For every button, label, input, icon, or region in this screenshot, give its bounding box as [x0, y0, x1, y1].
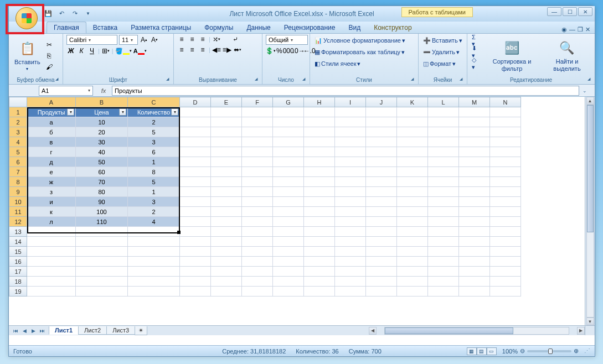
col-header-F[interactable]: F: [242, 97, 273, 107]
cell[interactable]: [273, 137, 304, 147]
cell[interactable]: [335, 217, 366, 227]
cell[interactable]: [366, 277, 397, 287]
align-left-icon[interactable]: ≡: [177, 45, 186, 54]
currency-icon[interactable]: 💲▾: [266, 46, 275, 55]
help-icon[interactable]: ◉: [561, 26, 567, 33]
cell[interactable]: [366, 127, 397, 137]
cell[interactable]: [490, 287, 521, 297]
tab-home[interactable]: Главная: [47, 22, 86, 33]
cell[interactable]: [490, 267, 521, 277]
cell[interactable]: [211, 167, 242, 177]
mdi-close-icon[interactable]: ✕: [585, 26, 590, 33]
cell[interactable]: [335, 117, 366, 127]
col-header-K[interactable]: K: [397, 97, 428, 107]
sheet-tab-1[interactable]: Лист1: [49, 326, 79, 335]
cell[interactable]: [366, 197, 397, 207]
cell[interactable]: [128, 257, 180, 267]
cell[interactable]: [242, 127, 273, 137]
cell[interactable]: [335, 257, 366, 267]
cell[interactable]: [366, 137, 397, 147]
row-header-14[interactable]: 14: [9, 237, 27, 247]
cell[interactable]: [428, 177, 459, 187]
table-header[interactable]: Цена▾: [76, 107, 128, 117]
table-cell[interactable]: в: [27, 137, 76, 147]
prev-sheet-icon[interactable]: ◀: [20, 327, 29, 335]
cell[interactable]: [180, 277, 211, 287]
cell[interactable]: [273, 107, 304, 117]
filter-icon[interactable]: ▾: [67, 108, 74, 116]
cell[interactable]: [428, 167, 459, 177]
expand-formula-icon[interactable]: ⌄: [583, 88, 591, 93]
cell[interactable]: [180, 287, 211, 297]
cell[interactable]: [242, 137, 273, 147]
cell[interactable]: [304, 267, 335, 277]
cell[interactable]: [242, 227, 273, 237]
cell[interactable]: [490, 157, 521, 167]
cell[interactable]: [242, 167, 273, 177]
cell[interactable]: [428, 107, 459, 117]
cell[interactable]: [335, 157, 366, 167]
cell[interactable]: [490, 257, 521, 267]
align-middle-icon[interactable]: ≡: [188, 35, 197, 44]
cell[interactable]: [490, 227, 521, 237]
resize-grip-icon[interactable]: ⋰: [584, 347, 590, 355]
zoom-slider[interactable]: [527, 350, 571, 352]
font-size-combo[interactable]: 11▾: [119, 35, 138, 45]
cell[interactable]: [27, 257, 76, 267]
cell[interactable]: [27, 267, 76, 277]
table-cell[interactable]: 20: [76, 127, 128, 137]
row-header-8[interactable]: 8: [9, 177, 27, 187]
wrap-text-icon[interactable]: ⤶: [231, 35, 240, 44]
cell[interactable]: [490, 147, 521, 157]
table-cell[interactable]: а: [27, 117, 76, 127]
cell[interactable]: [211, 107, 242, 117]
cell[interactable]: [428, 217, 459, 227]
cell[interactable]: [128, 277, 180, 287]
cell[interactable]: [459, 237, 490, 247]
col-header-J[interactable]: J: [366, 97, 397, 107]
table-cell[interactable]: 5: [128, 177, 180, 187]
cell[interactable]: [304, 247, 335, 257]
table-cell[interactable]: б: [27, 127, 76, 137]
fill-color-icon[interactable]: 🪣▾: [115, 48, 132, 55]
cell[interactable]: [335, 197, 366, 207]
align-right-icon[interactable]: ≡: [198, 45, 207, 54]
cell[interactable]: [335, 137, 366, 147]
table-cell[interactable]: 50: [76, 157, 128, 167]
cell[interactable]: [180, 147, 211, 157]
col-header-L[interactable]: L: [428, 97, 459, 107]
row-header-6[interactable]: 6: [9, 157, 27, 167]
cell[interactable]: [273, 217, 304, 227]
decrease-font-icon[interactable]: A▾: [150, 35, 159, 44]
table-cell[interactable]: ж: [27, 177, 76, 187]
cell[interactable]: [335, 207, 366, 217]
cell[interactable]: [490, 137, 521, 147]
format-cells-button[interactable]: ◫ Формат ▾: [422, 58, 463, 69]
row-header-12[interactable]: 12: [9, 217, 27, 227]
cell[interactable]: [366, 117, 397, 127]
align-top-icon[interactable]: ≡: [177, 35, 186, 44]
next-sheet-icon[interactable]: ▶: [29, 327, 38, 335]
page-break-view-icon[interactable]: ▭: [487, 347, 497, 355]
cell[interactable]: [273, 157, 304, 167]
orientation-icon[interactable]: ⤭▾: [212, 35, 221, 44]
cell[interactable]: [211, 267, 242, 277]
cell[interactable]: [304, 137, 335, 147]
increase-indent-icon[interactable]: ≡▶: [223, 45, 231, 54]
tab-insert[interactable]: Вставка: [86, 22, 125, 33]
cell[interactable]: [335, 267, 366, 277]
cut-icon[interactable]: ✂: [45, 40, 54, 49]
cell[interactable]: [304, 157, 335, 167]
table-header[interactable]: Количество▾: [128, 107, 180, 117]
cell[interactable]: [180, 117, 211, 127]
table-cell[interactable]: л: [27, 217, 76, 227]
cell[interactable]: [459, 157, 490, 167]
table-cell[interactable]: 40: [76, 147, 128, 157]
font-color-icon[interactable]: A▾: [133, 48, 147, 55]
cell[interactable]: [211, 137, 242, 147]
scroll-down-icon[interactable]: ▼: [586, 318, 594, 325]
cell[interactable]: [180, 237, 211, 247]
col-header-D[interactable]: D: [180, 97, 211, 107]
merge-icon[interactable]: ⬌▾: [233, 45, 242, 54]
decrease-indent-icon[interactable]: ◀≡: [212, 45, 221, 54]
